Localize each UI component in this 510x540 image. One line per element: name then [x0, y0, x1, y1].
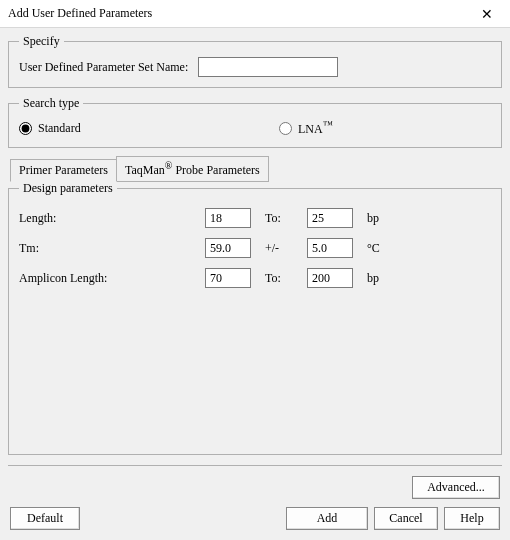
standard-radio-label: Standard — [38, 121, 81, 136]
close-icon[interactable]: ✕ — [472, 6, 502, 22]
length-label: Length: — [19, 211, 199, 226]
length-unit: bp — [367, 211, 397, 226]
tab-bar: Primer Parameters TaqMan® Probe Paramete… — [8, 156, 502, 182]
tab-primer-parameters[interactable]: Primer Parameters — [10, 159, 117, 182]
window-title: Add User Defined Parameters — [8, 6, 152, 21]
bottom-area: Advanced... Default Add Cancel Help — [8, 461, 502, 532]
amplicon-length-label: Amplicon Length: — [19, 271, 199, 286]
design-legend: Design parameters — [19, 181, 117, 196]
tm-value-input[interactable] — [205, 238, 251, 258]
amplicon-to-input[interactable] — [307, 268, 353, 288]
search-type-legend: Search type — [19, 96, 83, 111]
lna-radio-label: LNA™ — [298, 119, 332, 137]
tm-unit: °C — [367, 241, 397, 256]
amplicon-from-input[interactable] — [205, 268, 251, 288]
separator — [8, 465, 502, 466]
advanced-button[interactable]: Advanced... — [412, 476, 500, 499]
length-to-label: To: — [265, 211, 301, 226]
design-parameters-group: Design parameters Length: To: bp Tm: +/-… — [8, 181, 502, 455]
length-to-input[interactable] — [307, 208, 353, 228]
cancel-button[interactable]: Cancel — [374, 507, 438, 530]
add-button[interactable]: Add — [286, 507, 368, 530]
tm-plusminus-label: +/- — [265, 241, 301, 256]
tm-label: Tm: — [19, 241, 199, 256]
help-button[interactable]: Help — [444, 507, 500, 530]
param-set-name-label: User Defined Parameter Set Name: — [19, 60, 188, 75]
tab-taqman-probe-parameters[interactable]: TaqMan® Probe Parameters — [116, 156, 269, 182]
lna-radio[interactable] — [279, 122, 292, 135]
amplicon-to-label: To: — [265, 271, 301, 286]
specify-legend: Specify — [19, 34, 64, 49]
amplicon-unit: bp — [367, 271, 397, 286]
param-set-name-input[interactable] — [198, 57, 338, 77]
search-type-group: Search type Standard LNA™ — [8, 96, 502, 148]
titlebar: Add User Defined Parameters ✕ — [0, 0, 510, 28]
content-area: Specify User Defined Parameter Set Name:… — [0, 28, 510, 540]
standard-radio[interactable] — [19, 122, 32, 135]
length-from-input[interactable] — [205, 208, 251, 228]
tm-tolerance-input[interactable] — [307, 238, 353, 258]
default-button[interactable]: Default — [10, 507, 80, 530]
specify-group: Specify User Defined Parameter Set Name: — [8, 34, 502, 88]
